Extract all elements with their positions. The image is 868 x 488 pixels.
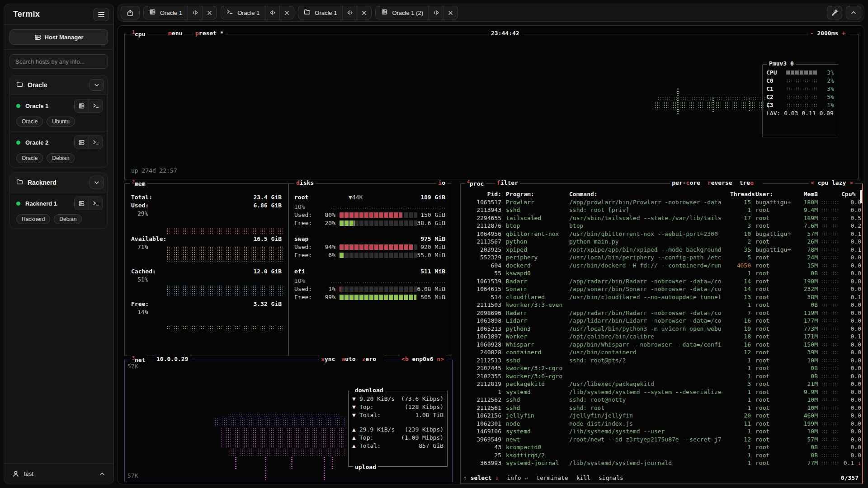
folder-header[interactable]: Oracle bbox=[10, 75, 108, 94]
process-row[interactable]: 363993systemd-journal/lib/systemd/system… bbox=[461, 459, 862, 467]
host-manager-button[interactable]: Host Manager bbox=[9, 29, 108, 45]
terminate-button[interactable]: terminate bbox=[536, 474, 568, 483]
process-row[interactable]: 1063898Lidarr/app/lidarr/bin/Lidarr -nob… bbox=[461, 317, 862, 325]
process-row[interactable]: 2113567pythonpython main.py2root26M0.0 bbox=[461, 238, 862, 246]
process-row[interactable]: 2111503kworker/3:3-even1root0B0.0 bbox=[461, 301, 862, 309]
process-row[interactable]: 2102355kworker/3:0-cgro1root0B0.0 bbox=[461, 372, 862, 380]
host-tag: Debian bbox=[54, 214, 82, 224]
tab-label-area[interactable]: Oracle 1 (2) bbox=[376, 6, 429, 19]
process-row[interactable]: 1061897Worker/opt/calibre/bin/calibre18r… bbox=[461, 333, 862, 341]
net-sync-button[interactable]: sync bbox=[321, 356, 335, 362]
io-mode-button[interactable]: io bbox=[436, 179, 447, 186]
process-row[interactable]: 25ksoftirqd/21root0B0.0 bbox=[461, 451, 862, 460]
tools-button[interactable] bbox=[827, 6, 842, 19]
folder-name: Racknerd bbox=[28, 179, 85, 186]
host-item[interactable]: Oracle 2OracleDebian bbox=[10, 131, 108, 168]
tab-split-button[interactable] bbox=[342, 6, 357, 19]
tab-close-button[interactable] bbox=[357, 6, 371, 19]
host-terminal-button[interactable] bbox=[89, 99, 103, 112]
process-row[interactable]: 2112819packagekitd/usr/libexec/packageki… bbox=[461, 380, 862, 388]
process-row[interactable]: 2113943sshdsshd: root [priv]1root9.4M0.0 bbox=[461, 206, 862, 214]
folder-collapse-button[interactable] bbox=[90, 79, 104, 91]
host-connect-button[interactable] bbox=[75, 99, 89, 112]
process-row[interactable]: 1064956qbittorrent-nox/usr/bin/qbittorre… bbox=[461, 230, 862, 238]
process-row[interactable]: 2112513sshdsshd: root@pts/21root10M0.0 bbox=[461, 357, 862, 365]
process-row[interactable]: 3969549newt/root/newt --id z3rtyep2175u8… bbox=[461, 436, 862, 444]
process-row[interactable]: 203925xpiped/opt/xpipe/app/bin/xpiped --… bbox=[461, 246, 862, 254]
disk-used-bar bbox=[340, 244, 417, 250]
cpu-sort-control[interactable]: < cpu lazy > bbox=[809, 179, 855, 186]
hamburger-icon bbox=[98, 11, 105, 18]
process-row[interactable]: 43kcompactd01root0B0.0 bbox=[461, 443, 862, 451]
collapse-button[interactable] bbox=[846, 6, 861, 19]
proc-option-per-core[interactable]: per-core bbox=[672, 179, 700, 186]
proc-option-reverse[interactable]: reverse bbox=[708, 179, 732, 186]
info-button[interactable]: info ↵ bbox=[507, 474, 528, 483]
menu-button[interactable]: menu bbox=[166, 30, 184, 37]
folder-header[interactable]: Racknerd bbox=[10, 173, 108, 192]
net-upload-stat-row: ▲Total:857 GiB bbox=[349, 442, 447, 450]
hammer-icon bbox=[831, 9, 838, 16]
select-control[interactable]: ↑ select ↓ bbox=[463, 474, 499, 483]
proc-option-tree[interactable]: tree bbox=[740, 179, 754, 186]
folder-collapse-button[interactable] bbox=[90, 177, 104, 188]
process-row[interactable]: 1469106systemd/lib/systemd/systemd --use… bbox=[461, 427, 862, 436]
process-row[interactable]: 1systemd/lib/systemd/systemd --system --… bbox=[461, 388, 862, 396]
process-row[interactable]: 2294655tailscaled/usr/sbin/tailscaled --… bbox=[461, 214, 862, 222]
kill-button[interactable]: kill bbox=[576, 474, 590, 483]
home-tab-button[interactable] bbox=[121, 6, 140, 19]
tab-label-area[interactable]: Oracle 1 bbox=[298, 6, 342, 19]
col-cpu[interactable]: Cpu% ↑ bbox=[841, 190, 861, 198]
process-row[interactable]: 1061539Radarr/app/radarr/bin/Radarr -nob… bbox=[461, 277, 862, 286]
signals-button[interactable]: signals bbox=[599, 474, 623, 483]
update-interval-control[interactable]: - 2000ms + bbox=[808, 30, 847, 37]
download-label: download bbox=[353, 387, 385, 394]
tab-close-button[interactable] bbox=[202, 6, 217, 19]
search-input[interactable] bbox=[9, 54, 108, 69]
disk-free-bar bbox=[340, 221, 417, 226]
host-terminal-button[interactable] bbox=[89, 136, 103, 149]
proc-scrollbar[interactable] bbox=[860, 190, 862, 203]
net-zero-button[interactable]: zero bbox=[362, 356, 376, 362]
process-row[interactable]: 2098696Radarr/app/radarr/bin/Radarr -nob… bbox=[461, 309, 862, 317]
process-row[interactable]: 1065213python3/usr/local/bin/python3 -m … bbox=[461, 325, 862, 333]
process-row[interactable]: 55kswapd01root0B0.0 bbox=[461, 269, 862, 277]
process-row[interactable]: 1060928Whisparr/app/bin/Whisparr --nobro… bbox=[461, 341, 862, 349]
tab-close-button[interactable] bbox=[443, 6, 458, 19]
process-row[interactable]: 1064615Sonarr/app/sonarr/bin/Sonarr -nob… bbox=[461, 285, 862, 293]
tab-close-button[interactable] bbox=[279, 6, 294, 19]
filter-button[interactable]: filter bbox=[495, 179, 520, 186]
status-dot-online bbox=[16, 104, 20, 108]
tab-oracle-1: Oracle 1 bbox=[143, 6, 217, 19]
host-connect-button[interactable] bbox=[75, 136, 89, 149]
process-row[interactable]: 552329periphery/usr/local/bin/periphery … bbox=[461, 253, 862, 262]
tab-label-area[interactable]: Oracle 1 bbox=[144, 6, 188, 19]
process-row[interactable]: 604dockerd/usr/bin/dockerd -H fd:// --co… bbox=[461, 262, 862, 270]
sidebar-menu-button[interactable] bbox=[94, 8, 109, 21]
process-row[interactable]: 2107445kworker/3:2-cgro1root0B0.0 bbox=[461, 364, 862, 372]
tab-split-button[interactable] bbox=[265, 6, 279, 19]
process-row[interactable]: 2112561sshdsshd: root1root10M0.0 bbox=[461, 404, 862, 412]
process-row[interactable]: 1062156jellyfin/jellyfin/jellyfin20root4… bbox=[461, 412, 862, 420]
process-row[interactable]: 2112562sshdsshd: root@notty1root10M0.0 bbox=[461, 396, 862, 404]
tab-split-button[interactable] bbox=[188, 6, 202, 19]
net-interface-switcher[interactable]: <b enp0s6 n> bbox=[400, 356, 446, 362]
process-row[interactable]: 1062301nodenode dist/index.js11root199M0… bbox=[461, 420, 862, 428]
host-tags: OracleDebian bbox=[16, 153, 103, 163]
host-item[interactable]: Racknerd 1RacknerdDebian bbox=[10, 192, 108, 229]
preset-button[interactable]: preset * bbox=[193, 30, 226, 37]
host-terminal-button[interactable] bbox=[89, 197, 103, 210]
clock: 23:44:42 bbox=[489, 30, 521, 37]
process-row[interactable]: 1063517Prowlarr/app/prowlarr/bin/Prowlar… bbox=[461, 198, 862, 206]
tab-split-button[interactable] bbox=[429, 6, 443, 19]
mem-percent: 14% bbox=[137, 309, 148, 315]
tab-label-area[interactable]: Oracle 1 bbox=[221, 6, 265, 19]
user-menu[interactable]: test bbox=[4, 463, 113, 484]
disk-io-row: IO% bbox=[294, 277, 445, 284]
process-row[interactable]: 514cloudflared/usr/bin/cloudflared --no-… bbox=[461, 293, 862, 301]
process-row[interactable]: 240828containerd/usr/bin/containerd12roo… bbox=[461, 348, 862, 357]
host-item[interactable]: Oracle 1OracleUbuntu bbox=[10, 94, 108, 131]
host-connect-button[interactable] bbox=[75, 197, 89, 210]
process-row[interactable]: 2112876btopbtop3root7.6M0.2 bbox=[461, 222, 862, 230]
net-auto-button[interactable]: auto bbox=[341, 356, 355, 362]
